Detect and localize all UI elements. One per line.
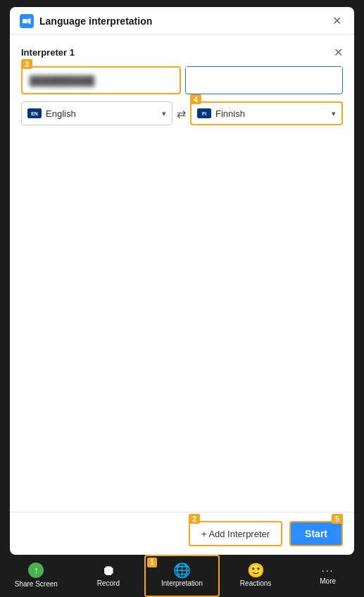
taskbar: ↑ Share Screen ⏺ Record 1 🌐 Interpretati… bbox=[0, 555, 364, 597]
finnish-flag: FI bbox=[197, 108, 211, 118]
english-code: EN bbox=[31, 111, 38, 116]
interpreter-label: Interpreter 1 bbox=[21, 47, 75, 58]
more-button[interactable]: ··· More bbox=[291, 555, 364, 597]
email-input-wrapper: 3 ██████████ bbox=[21, 66, 181, 94]
step-1-badge: 1 bbox=[147, 558, 157, 567]
share-screen-button[interactable]: ↑ Share Screen bbox=[0, 555, 73, 597]
interpretation-button[interactable]: 1 🌐 Interpretation bbox=[144, 555, 220, 597]
step-2-badge: 2 bbox=[189, 514, 200, 524]
swap-languages-icon[interactable]: ⇄ bbox=[177, 107, 186, 120]
interpreter-1-section: Interpreter 1 ✕ 3 ██████████ bbox=[21, 46, 343, 125]
share-screen-label: Share Screen bbox=[15, 580, 58, 589]
dialog-title: Language interpretation bbox=[39, 15, 330, 27]
interpreter-header: Interpreter 1 ✕ bbox=[21, 46, 343, 59]
share-up-arrow-icon: ↑ bbox=[34, 565, 39, 575]
step-4-badge: 4 bbox=[190, 94, 201, 104]
step-5-badge: 5 bbox=[332, 514, 343, 524]
name-input-wrapper bbox=[185, 66, 344, 94]
language-interpretation-dialog: Language interpretation ✕ Interpreter 1 … bbox=[10, 7, 354, 555]
reactions-label: Reactions bbox=[240, 579, 271, 588]
svg-marker-1 bbox=[28, 18, 31, 24]
left-lang-chevron: ▾ bbox=[162, 109, 166, 118]
email-name-row: 3 ██████████ bbox=[21, 66, 343, 94]
language-select-right[interactable]: 4 FI Finnish ▾ bbox=[190, 101, 343, 125]
record-label: Record bbox=[97, 579, 120, 588]
language-row: EN English ▾ ⇄ 4 FI Finnish ▾ bbox=[21, 101, 343, 125]
finnish-code: FI bbox=[202, 111, 206, 116]
language-select-left[interactable]: EN English ▾ bbox=[21, 101, 172, 125]
finnish-label: Finnish bbox=[215, 108, 332, 119]
zoom-logo-icon bbox=[20, 14, 34, 28]
reactions-button[interactable]: 🙂 Reactions bbox=[220, 555, 292, 597]
email-input[interactable] bbox=[23, 68, 180, 93]
start-button[interactable]: 5 Start bbox=[289, 521, 343, 546]
start-label: Start bbox=[305, 528, 327, 539]
record-icon: ⏺ bbox=[101, 563, 115, 577]
add-interpreter-label: + Add Interpreter bbox=[201, 529, 270, 539]
english-label: English bbox=[46, 108, 162, 119]
record-button[interactable]: ⏺ Record bbox=[73, 555, 145, 597]
english-flag: EN bbox=[27, 108, 42, 118]
interpretation-icon: 🌐 bbox=[173, 563, 191, 577]
add-interpreter-button[interactable]: 2 + Add Interpreter bbox=[189, 521, 282, 546]
step-3-badge: 3 bbox=[21, 59, 32, 69]
interpreter-remove-button[interactable]: ✕ bbox=[334, 46, 343, 59]
reactions-icon: 🙂 bbox=[247, 563, 265, 577]
dialog-body: Interpreter 1 ✕ 3 ██████████ bbox=[10, 34, 354, 512]
interpretation-label: Interpretation bbox=[161, 579, 203, 588]
dialog-titlebar: Language interpretation ✕ bbox=[10, 7, 354, 34]
share-screen-icon: ↑ bbox=[28, 563, 44, 578]
dialog-close-button[interactable]: ✕ bbox=[330, 14, 344, 28]
dialog-footer: 2 + Add Interpreter 5 Start bbox=[10, 512, 354, 555]
name-input[interactable] bbox=[186, 67, 343, 92]
svg-rect-0 bbox=[23, 19, 27, 23]
more-icon: ··· bbox=[322, 565, 334, 575]
right-lang-chevron: ▾ bbox=[332, 109, 336, 118]
more-label: More bbox=[320, 577, 336, 586]
